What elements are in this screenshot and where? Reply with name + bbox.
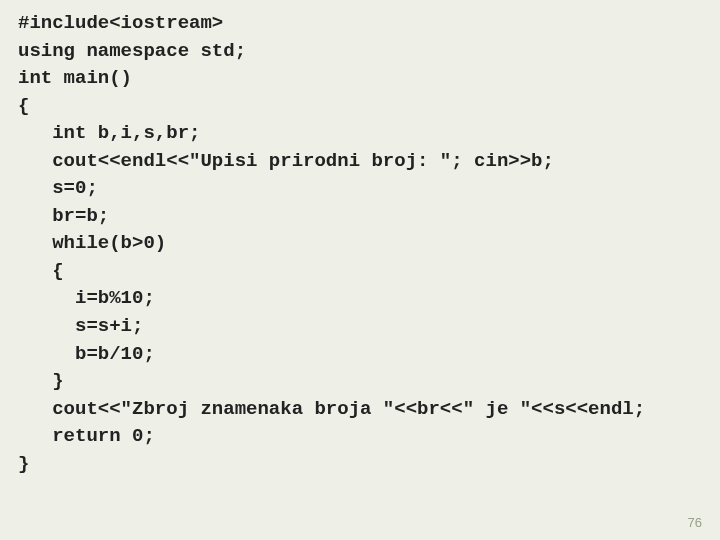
slide: #include<iostream> using namespace std; … (0, 0, 720, 540)
page-number: 76 (688, 515, 702, 530)
code-block: #include<iostream> using namespace std; … (18, 10, 702, 478)
